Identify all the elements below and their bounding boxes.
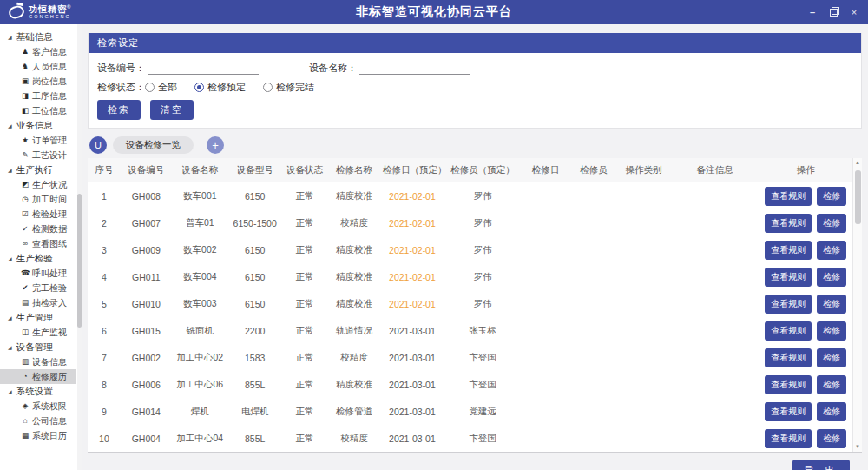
device-name-label: 设备名称： xyxy=(309,62,357,75)
repair-button[interactable]: 检修 xyxy=(817,348,846,367)
cell-no: 9 xyxy=(88,398,121,425)
cell-op_type xyxy=(618,371,670,398)
cell-name: 加工中心04 xyxy=(172,425,228,452)
radio-scheduled[interactable]: 检修预定 xyxy=(194,81,246,94)
cell-model: 855L xyxy=(228,371,282,398)
sidebar-item-processing-time[interactable]: ◷加工时间 xyxy=(0,192,76,207)
cell-no: 2 xyxy=(88,209,121,236)
sidebar-group[interactable]: ◢生产管理 xyxy=(0,310,76,325)
sidebar-scrollbar-thumb[interactable] xyxy=(77,194,82,328)
repair-button[interactable]: 检修 xyxy=(817,321,846,341)
view-rules-button[interactable]: 查看规则 xyxy=(765,375,812,394)
tab-equipment-maintenance-list[interactable]: 设备检修一览 xyxy=(113,136,194,154)
scrollbar-thumb[interactable] xyxy=(855,170,861,224)
repair-button[interactable]: 检修 xyxy=(817,375,846,394)
cell-remark xyxy=(669,290,760,317)
sidebar-group[interactable]: ◢系统设置 xyxy=(0,384,76,399)
sidebar-item-position-info[interactable]: ▣岗位信息 xyxy=(0,74,76,89)
export-button[interactable]: 导 出 xyxy=(792,460,850,470)
sidebar-item-label: 岗位信息 xyxy=(32,76,67,87)
cell-actions: 查看规则检修 xyxy=(760,425,852,452)
sidebar-group[interactable]: ◢业务信息 xyxy=(0,118,76,133)
device-name-input[interactable] xyxy=(359,62,470,75)
vertical-scrollbar[interactable]: ▲ ▼ xyxy=(852,158,862,452)
search-button[interactable]: 检索 xyxy=(97,100,141,120)
cell-planned_by: 卞登国 xyxy=(444,371,522,398)
view-rules-button[interactable]: 查看规则 xyxy=(765,348,812,367)
cell-model: 6150 xyxy=(228,290,282,317)
sidebar-item-system-permission[interactable]: ◈系统权限 xyxy=(0,399,76,414)
scroll-down-icon[interactable]: ▼ xyxy=(853,442,862,452)
sidebar-item-call-handle[interactable]: ☎呼叫处理 xyxy=(0,266,76,281)
scroll-up-icon[interactable]: ▲ xyxy=(853,158,862,168)
user-avatar[interactable]: U xyxy=(89,136,107,154)
sidebar-item-maintenance-history[interactable]: ◔检修履历 xyxy=(0,369,76,384)
view-rules-button[interactable]: 查看规则 xyxy=(765,187,812,206)
view-rules-button[interactable]: 查看规则 xyxy=(765,241,812,260)
sidebar-item-personnel-info[interactable]: ♞人员信息 xyxy=(0,59,76,74)
sidebar-item-equipment-info[interactable]: ▥设备信息 xyxy=(0,354,76,369)
sidebar-item-customer-info[interactable]: ♟客户信息 xyxy=(0,44,76,59)
cell-name: 数车004 xyxy=(172,263,228,290)
sidebar-item-order-management[interactable]: ★订单管理 xyxy=(0,133,76,148)
clear-button[interactable]: 清空 xyxy=(150,100,194,120)
cell-actions: 查看规则检修 xyxy=(760,344,852,371)
repair-button[interactable]: 检修 xyxy=(817,402,846,421)
view-rules-button[interactable]: 查看规则 xyxy=(765,429,812,448)
cell-status: 正常 xyxy=(281,209,327,236)
sidebar-item-company-info[interactable]: ⌂公司信息 xyxy=(0,414,76,428)
cell-planned_by: 卞登国 xyxy=(444,425,522,452)
restore-icon[interactable] xyxy=(828,7,838,17)
repair-button[interactable]: 检修 xyxy=(817,429,846,448)
sidebar-item-sampling-entry[interactable]: ▤抽检录入 xyxy=(0,295,76,310)
sidebar-item-process-info[interactable]: ◨工序信息 xyxy=(0,89,76,103)
view-rules-button[interactable]: 查看规则 xyxy=(765,214,812,233)
view-rules-button[interactable]: 查看规则 xyxy=(765,402,812,421)
sidebar-item-label: 呼叫处理 xyxy=(32,268,67,279)
sidebar-group[interactable]: ◢生产检验 xyxy=(0,251,76,266)
add-tab-button[interactable]: + xyxy=(207,136,224,154)
cell-planned_by: 罗伟 xyxy=(444,263,522,290)
order-management-icon: ★ xyxy=(21,135,30,146)
cell-name: 焊机 xyxy=(172,398,228,425)
cell-actions: 查看规则检修 xyxy=(760,209,852,236)
sidebar-item-system-calendar[interactable]: ▦系统日历 xyxy=(0,428,76,443)
close-icon[interactable]: × xyxy=(849,7,859,17)
production-status-icon: ◩ xyxy=(21,179,30,190)
cell-code: GH015 xyxy=(121,317,172,344)
cell-planned_by: 卞登国 xyxy=(444,344,522,371)
sidebar-item-inspection-handle[interactable]: ☑检验处理 xyxy=(0,207,76,222)
minimize-icon[interactable]: – xyxy=(807,7,818,17)
sidebar-group[interactable]: ◢基础信息 xyxy=(0,30,76,44)
device-code-input[interactable] xyxy=(148,62,259,75)
repair-button[interactable]: 检修 xyxy=(817,241,846,260)
radio-all[interactable]: 全部 xyxy=(145,81,177,94)
sidebar-item-view-drawings[interactable]: ∞查看图纸 xyxy=(0,236,76,251)
sidebar-item-workstation-info[interactable]: ◧工位信息 xyxy=(0,103,76,118)
table-row: 7GH002加工中心021583正常校精度2021-03-01卞登国查看规则检修 xyxy=(88,344,852,371)
column-header-8: 检修日 xyxy=(522,158,569,182)
view-rules-button[interactable]: 查看规则 xyxy=(765,268,812,287)
cell-code: GH010 xyxy=(121,290,172,317)
repair-button[interactable]: 检修 xyxy=(817,187,846,206)
cell-date xyxy=(522,236,569,263)
radio-completed[interactable]: 检修完结 xyxy=(263,81,314,94)
cell-task: 检修管道 xyxy=(327,398,381,425)
repair-button[interactable]: 检修 xyxy=(817,295,846,314)
sidebar-item-finish-inspection[interactable]: ✔完工检验 xyxy=(0,281,76,295)
repair-button[interactable]: 检修 xyxy=(817,268,846,287)
sidebar-item-inspection-data[interactable]: ✓检测数据 xyxy=(0,222,76,236)
sidebar-group[interactable]: ◢设备管理 xyxy=(0,340,76,354)
view-rules-button[interactable]: 查看规则 xyxy=(765,295,812,314)
view-rules-button[interactable]: 查看规则 xyxy=(765,321,812,341)
sidebar-group[interactable]: ◢生产执行 xyxy=(0,162,76,177)
sidebar-item-production-status[interactable]: ◩生产状况 xyxy=(0,177,76,192)
column-header-6: 检修日（预定） xyxy=(381,158,444,182)
repair-button[interactable]: 检修 xyxy=(817,214,846,233)
cell-date xyxy=(522,182,569,209)
search-panel-header: 检索设定 xyxy=(89,33,861,53)
cell-op_type xyxy=(618,398,670,425)
sidebar-item-craft-design[interactable]: ✎工艺设计 xyxy=(0,148,76,162)
sidebar-item-production-monitor[interactable]: ◫生产监视 xyxy=(0,325,76,340)
sidebar-scrollbar[interactable] xyxy=(77,24,82,470)
